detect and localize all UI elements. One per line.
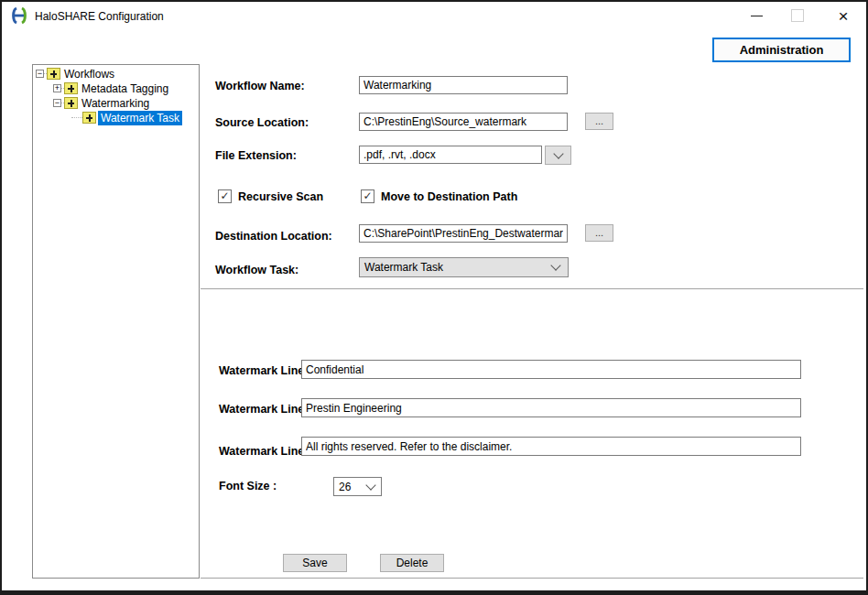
chevron-down-icon	[365, 480, 375, 490]
app-window: HaloSHARE Configuration × Administration…	[0, 0, 868, 595]
window-title: HaloSHARE Configuration	[35, 10, 164, 23]
minimize-button[interactable]	[741, 2, 772, 29]
workflow-folder-icon	[47, 68, 60, 80]
watermark-line2-input[interactable]	[301, 398, 801, 417]
file-extension-dropdown-button[interactable]	[545, 146, 571, 165]
tree-item-label[interactable]: Workflows	[64, 67, 114, 81]
source-browse-button[interactable]: ...	[585, 113, 613, 130]
save-button[interactable]: Save	[283, 554, 347, 572]
tree-item-watermark-task[interactable]: Watermark Task	[33, 111, 199, 125]
tree-item-workflows[interactable]: − Workflows	[33, 67, 199, 81]
destination-location-label: Destination Location:	[215, 230, 332, 243]
workflow-folder-icon	[64, 82, 78, 94]
file-extension-label: File Extension:	[215, 149, 297, 162]
workflow-name-label: Workflow Name:	[215, 80, 305, 92]
watermark-line1-input[interactable]	[301, 360, 801, 379]
workflow-task-dropdown[interactable]: Watermark Task	[359, 257, 569, 277]
file-extension-input[interactable]	[359, 146, 542, 164]
font-size-dropdown[interactable]: 26	[333, 477, 382, 496]
destination-location-input[interactable]	[359, 224, 568, 243]
watermark-line3-input[interactable]	[301, 437, 801, 456]
workflow-name-input[interactable]	[359, 76, 568, 94]
administration-button[interactable]: Administration	[712, 38, 851, 62]
recursive-scan-checkbox[interactable]: ✓	[218, 189, 232, 203]
task-icon	[82, 112, 96, 124]
move-to-destination-checkbox[interactable]: ✓	[361, 189, 374, 203]
bottom-divider	[201, 578, 863, 579]
source-location-input[interactable]	[359, 113, 568, 131]
source-location-label: Source Location:	[215, 116, 309, 129]
collapse-icon[interactable]: −	[36, 70, 44, 78]
maximize-icon	[791, 9, 804, 22]
chevron-down-icon	[553, 148, 563, 158]
tree-item-watermarking[interactable]: − Watermarking	[33, 96, 199, 111]
tree-item-label[interactable]: Metadata Tagging	[81, 81, 168, 96]
delete-button[interactable]: Delete	[380, 554, 444, 572]
close-button[interactable]: ×	[828, 2, 859, 29]
expand-icon[interactable]: +	[53, 84, 61, 92]
section-divider	[201, 288, 863, 289]
recursive-scan-label[interactable]: Recursive Scan	[238, 190, 323, 203]
tree-item-label-selected[interactable]: Watermark Task	[98, 111, 182, 125]
font-size-value: 26	[334, 481, 367, 493]
tree-item-label[interactable]: Watermarking	[81, 96, 149, 111]
workflow-folder-icon	[64, 97, 78, 109]
workflow-tree: − Workflows + Metadata Tagging − Waterma…	[32, 64, 200, 579]
destination-browse-button[interactable]: ...	[585, 224, 613, 242]
minimize-icon	[751, 16, 763, 16]
workflow-task-label: Workflow Task:	[215, 264, 298, 276]
chevron-down-icon	[550, 260, 560, 270]
font-size-label: Font Size :	[219, 480, 277, 492]
tree-connector	[71, 117, 82, 119]
workflow-task-value: Watermark Task	[360, 261, 552, 274]
app-logo-icon	[10, 6, 28, 25]
collapse-icon[interactable]: −	[53, 99, 61, 107]
title-bar: HaloSHARE Configuration ×	[2, 2, 866, 31]
move-to-destination-label[interactable]: Move to Destination Path	[381, 190, 517, 203]
maximize-button[interactable]	[782, 2, 813, 29]
close-icon: ×	[838, 7, 848, 25]
tree-item-metadata-tagging[interactable]: + Metadata Tagging	[33, 81, 199, 96]
